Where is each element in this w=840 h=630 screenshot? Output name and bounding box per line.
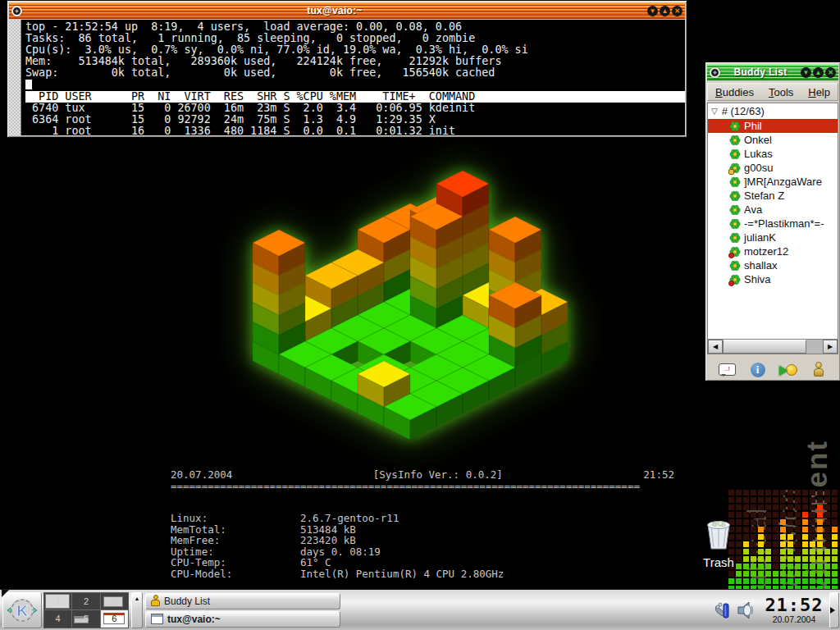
equalizer-dot — [728, 490, 734, 495]
close-icon[interactable]: ✕ — [672, 6, 682, 16]
equalizer-dot — [810, 556, 815, 562]
sysinfo-row: CPU-Model:Intel(R) Pentium(R) 4 CPU 2.80… — [171, 568, 674, 580]
equalizer-dot — [773, 564, 778, 569]
tasklist-scroll-button[interactable]: ▲ — [131, 592, 143, 628]
equalizer-dot — [832, 512, 838, 518]
buddy-row[interactable]: g00su — [708, 161, 838, 175]
away-button[interactable] — [807, 358, 830, 381]
buddy-row[interactable]: ]MR[AnzgaWare — [708, 175, 838, 189]
equalizer-dot — [824, 564, 830, 569]
equalizer-dot — [765, 504, 771, 510]
equalizer-dot — [810, 490, 815, 495]
clock-time: 21:52 — [761, 596, 827, 614]
equalizer-dot — [743, 571, 749, 577]
terminal-scrollbar[interactable] — [9, 20, 21, 135]
im-button[interactable]: ..! — [716, 358, 739, 381]
pager-desktop-5[interactable]: 5 — [72, 610, 99, 628]
equalizer-dot — [810, 497, 815, 503]
buddy-name: julianK — [744, 231, 776, 244]
maximize-icon[interactable]: ▲ — [813, 67, 824, 78]
buddy-row[interactable]: Shiva — [708, 272, 838, 286]
equalizer-dot — [728, 578, 734, 584]
pager-desktop-3[interactable]: 3 — [101, 593, 128, 610]
window-menu-button[interactable] — [11, 6, 22, 16]
terminal-titlebar[interactable]: tux@vaio:~ ▼ ▲ ✕ — [9, 2, 685, 19]
equalizer-dot — [765, 534, 771, 540]
window-menu-button[interactable] — [710, 67, 720, 78]
buddy-row[interactable]: Ava — [708, 203, 838, 217]
menu-buddies[interactable]: Buddies — [715, 86, 754, 98]
equalizer-dot — [780, 504, 786, 510]
buddy-flower-icon — [729, 162, 741, 174]
power-plug-tray-icon[interactable] — [713, 600, 733, 621]
equalizer-dot — [832, 541, 838, 547]
terminal-line: Tasks: 86 total, 1 running, 85 sleeping,… — [25, 33, 685, 44]
volume-tray-icon[interactable] — [737, 600, 756, 621]
buddy-row[interactable]: motzer12 — [708, 244, 838, 258]
buddy-group-row[interactable]: ▽ # (12/63) — [708, 103, 838, 119]
buddy-name: Ava — [744, 203, 762, 216]
equalizer-dot — [751, 497, 756, 503]
minimize-icon[interactable]: ▼ — [801, 67, 811, 78]
scroll-right-icon[interactable]: ▶ — [823, 340, 838, 354]
menu-tools[interactable]: Tools — [769, 86, 793, 98]
task-label: tux@vaio:~ — [167, 614, 221, 625]
buddy-row[interactable]: -=*Plastikman*=- — [708, 217, 838, 231]
task-button-list: Buddy Listtux@vaio:~ — [145, 591, 340, 629]
equalizer-dot — [773, 497, 778, 503]
equalizer-dot — [743, 490, 749, 495]
equalizer-dot — [817, 534, 823, 540]
desktop: CubicalDimensionEnvironment 20.07.2004 [… — [0, 0, 840, 630]
menu-help[interactable]: Help — [808, 86, 830, 98]
pager-desktop-6[interactable]: 6 — [101, 610, 128, 628]
buddy-list-hscrollbar[interactable]: ◀ ▶ — [707, 340, 838, 354]
equalizer-dot — [832, 564, 838, 569]
buddy-flower-icon — [729, 232, 741, 244]
sysinfo-overlay: 20.07.2004 [SysInfo Ver.: 0.0.2] 21:52 =… — [171, 469, 674, 579]
info-button[interactable]: i — [746, 358, 769, 381]
scroll-left-icon[interactable]: ◀ — [708, 340, 723, 354]
buddy-name: Shiva — [744, 273, 771, 285]
equalizer-dot — [832, 549, 838, 555]
trash-icon[interactable]: Trash — [696, 515, 742, 569]
kde-logo-icon: K — [6, 595, 39, 626]
task-button-tux-vaio-[interactable]: tux@vaio:~ — [145, 611, 340, 628]
buddy-row[interactable]: Phil — [708, 119, 838, 133]
sysinfo-row: MemFree:223420 kB — [171, 535, 674, 546]
equalizer-dot — [795, 497, 801, 503]
scrollbar-thumb[interactable] — [723, 340, 806, 354]
equalizer-dot — [817, 497, 823, 503]
pager-desktop-1[interactable]: 1 — [44, 593, 71, 610]
equalizer-dot — [765, 578, 771, 584]
maximize-icon[interactable]: ▲ — [660, 6, 670, 16]
equalizer-dot — [773, 504, 778, 510]
collapse-triangle-icon[interactable]: ▽ — [711, 107, 718, 116]
pager-desktop-4[interactable]: 4 — [44, 610, 71, 628]
equalizer-dot — [751, 519, 756, 525]
close-icon[interactable]: ✕ — [825, 67, 836, 78]
equalizer-dot — [788, 497, 793, 503]
equalizer-dot — [758, 504, 764, 510]
trash-can-icon — [701, 515, 736, 551]
buddy-name: g00su — [744, 162, 773, 174]
buddy-row[interactable]: Onkel — [708, 133, 838, 147]
buddy-row[interactable]: shallax — [708, 258, 838, 272]
buddy-list-titlebar[interactable]: Buddy List ▼ ▲ ✕ — [707, 64, 838, 80]
buddy-row[interactable]: julianK — [708, 231, 838, 244]
buddy-row[interactable]: Lukas — [708, 147, 838, 161]
minimize-icon[interactable]: ▼ — [647, 6, 658, 16]
pager-desktop-2[interactable]: 2 — [72, 593, 99, 610]
speech-bubble-icon: ..! — [719, 363, 736, 376]
clock-applet[interactable]: 21:52 20.07.2004 — [761, 596, 827, 624]
svg-text:K: K — [16, 602, 28, 619]
k-menu-button[interactable]: K — [2, 592, 42, 628]
equalizer-dot — [780, 497, 786, 503]
equalizer-dot — [728, 571, 734, 577]
equalizer-dot — [802, 556, 808, 562]
panel-hide-button[interactable] — [829, 592, 839, 628]
chat-button[interactable] — [777, 358, 800, 381]
task-button-buddy-list[interactable]: Buddy List — [145, 593, 340, 609]
buddy-row[interactable]: Stefan Z — [708, 189, 838, 203]
terminal-output[interactable]: top - 21:52:54 up 8:19, 4 users, load av… — [21, 20, 685, 135]
equalizer-dot — [751, 571, 756, 577]
